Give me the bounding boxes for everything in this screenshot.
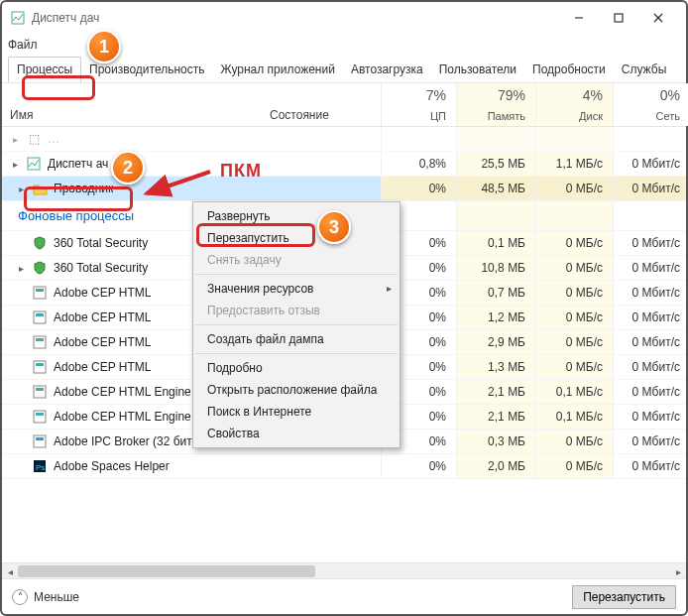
svg-rect-5 xyxy=(28,158,40,170)
memory-value: 10,8 МБ xyxy=(456,256,535,280)
table-row[interactable]: ▸Диспетч ач0,8%25,5 МБ1,1 МБ/с0 Мбит/с xyxy=(2,152,686,177)
svg-rect-18 xyxy=(34,435,46,447)
process-icon xyxy=(32,181,48,196)
svg-rect-7 xyxy=(36,289,44,292)
horizontal-scrollbar[interactable]: ◂ ▸ xyxy=(2,562,686,578)
chevron-right-icon[interactable]: ▸ xyxy=(10,134,20,145)
disk-value: 0 МБ/с xyxy=(535,430,613,453)
network-value: 0 Мбит/с xyxy=(613,177,686,200)
svg-rect-0 xyxy=(12,12,24,24)
disk-value: 0 МБ/с xyxy=(535,256,613,280)
annotation-arrow xyxy=(141,164,220,203)
process-name: Adobe CEP HTML Engine xyxy=(54,410,191,424)
chevron-right-icon: ▸ xyxy=(387,283,392,294)
fewer-details-button[interactable]: ˄ Меньше xyxy=(12,589,79,605)
context-menu: РазвернутьПерезапуститьСнять задачуЗначе… xyxy=(192,201,401,448)
table-row[interactable]: ▸⬚… xyxy=(2,127,686,152)
svg-rect-13 xyxy=(36,363,44,366)
process-icon: Ps xyxy=(32,458,48,474)
scroll-left-icon[interactable]: ◂ xyxy=(2,563,18,579)
header-disk[interactable]: 4% Диск xyxy=(535,83,613,126)
tab-users[interactable]: Пользователи xyxy=(431,58,524,81)
process-name: Adobe CEP HTML Engine xyxy=(54,385,191,399)
svg-rect-15 xyxy=(36,388,44,391)
cpu-value: 0% xyxy=(381,177,456,200)
tab-performance[interactable]: Производительность xyxy=(81,58,212,81)
network-value: 0 Мбит/с xyxy=(613,405,686,429)
context-menu-item[interactable]: Развернуть xyxy=(193,205,400,227)
process-name: Проводник xyxy=(54,182,113,195)
context-menu-item: Снять задачу xyxy=(193,249,400,271)
process-name: Диспетч ач xyxy=(48,157,108,171)
process-name: Adobe Spaces Helper xyxy=(54,459,170,473)
context-menu-item[interactable]: Подробно xyxy=(193,357,400,379)
disk-value: 0,1 МБ/с xyxy=(535,405,613,429)
network-value: 0 Мбит/с xyxy=(613,152,686,176)
chevron-up-icon: ˄ xyxy=(12,589,28,605)
network-value: 0 Мбит/с xyxy=(613,430,686,453)
process-icon xyxy=(32,309,48,325)
scroll-right-icon[interactable]: ▸ xyxy=(670,563,686,579)
window-title: Диспетч дач xyxy=(32,11,99,25)
context-menu-item[interactable]: Открыть расположение файла xyxy=(193,379,400,401)
memory-value: 0,7 МБ xyxy=(456,281,535,305)
svg-rect-17 xyxy=(36,413,44,416)
svg-line-22 xyxy=(147,172,210,193)
network-value: 0 Мбит/с xyxy=(613,330,686,354)
memory-value: 1,3 МБ xyxy=(456,355,535,379)
annotation-pkm-label: ПКМ xyxy=(220,161,262,182)
tab-services[interactable]: Службы xyxy=(614,58,674,81)
header-state[interactable]: Состояние xyxy=(262,83,381,126)
table-row[interactable]: ▸Проводник0%48,5 МБ0 МБ/с0 Мбит/с xyxy=(2,177,686,201)
tab-processes[interactable]: Процессы xyxy=(8,57,81,82)
svg-rect-10 xyxy=(34,336,46,348)
scrollbar-thumb[interactable] xyxy=(18,565,315,577)
context-menu-item[interactable]: Создать файл дампа xyxy=(193,328,400,350)
tab-startup[interactable]: Автозагрузка xyxy=(343,58,431,81)
svg-text:Ps: Ps xyxy=(36,463,45,472)
network-value: 0 Мбит/с xyxy=(613,306,686,329)
network-value: 0 Мбит/с xyxy=(613,380,686,404)
cpu-value: 0% xyxy=(381,454,456,478)
minimize-button[interactable] xyxy=(559,4,599,32)
menu-file[interactable]: Файл xyxy=(8,38,38,52)
process-icon xyxy=(32,334,48,350)
header-cpu[interactable]: 7% ЦП xyxy=(381,83,456,126)
chevron-right-icon[interactable]: ▸ xyxy=(16,184,26,194)
disk-value: 0 МБ/с xyxy=(535,231,613,255)
disk-value: 0 МБ/с xyxy=(535,281,613,305)
disk-value: 0 МБ/с xyxy=(535,330,613,354)
app-icon xyxy=(10,10,26,26)
maximize-button[interactable] xyxy=(599,4,638,32)
tab-app-history[interactable]: Журнал приложений xyxy=(213,58,343,81)
process-icon xyxy=(26,156,42,172)
table-row[interactable]: PsAdobe Spaces Helper0%2,0 МБ0 МБ/с0 Мби… xyxy=(2,454,686,479)
svg-rect-9 xyxy=(36,313,44,316)
context-menu-item[interactable]: Значения ресурсов▸ xyxy=(193,278,400,300)
process-name: Adobe CEP HTML xyxy=(54,360,152,374)
disk-value: 0,1 МБ/с xyxy=(535,380,613,404)
svg-rect-19 xyxy=(36,437,44,440)
disk-value: 0 МБ/с xyxy=(535,355,613,379)
chevron-right-icon[interactable]: ▸ xyxy=(16,263,26,274)
disk-value: 0 МБ/с xyxy=(535,454,613,478)
memory-value: 2,0 МБ xyxy=(456,454,535,478)
memory-value: 1,2 МБ xyxy=(456,306,535,329)
header-name[interactable]: Имя xyxy=(2,83,262,126)
header-memory[interactable]: 79% Память xyxy=(456,83,535,126)
process-name: Adobe CEP HTML xyxy=(54,310,152,324)
close-button[interactable] xyxy=(638,4,678,32)
header-network[interactable]: 0% Сеть xyxy=(613,83,688,126)
context-menu-item[interactable]: Поиск в Интернете xyxy=(193,401,400,423)
svg-rect-14 xyxy=(34,386,46,398)
context-menu-item[interactable]: Свойства xyxy=(193,423,400,444)
restart-button[interactable]: Перезапустить xyxy=(572,585,676,609)
disk-value: 0 МБ/с xyxy=(535,177,613,200)
context-menu-item[interactable]: Перезапустить xyxy=(193,227,400,249)
disk-value: 0 МБ/с xyxy=(535,306,613,329)
network-value: 0 Мбит/с xyxy=(613,355,686,379)
tab-details[interactable]: Подробности xyxy=(524,58,614,81)
memory-value: 48,5 МБ xyxy=(456,177,535,200)
chevron-right-icon[interactable]: ▸ xyxy=(10,159,20,170)
task-manager-window: Диспетч дач Файл Пі Вид Процессы Произво… xyxy=(0,0,688,616)
